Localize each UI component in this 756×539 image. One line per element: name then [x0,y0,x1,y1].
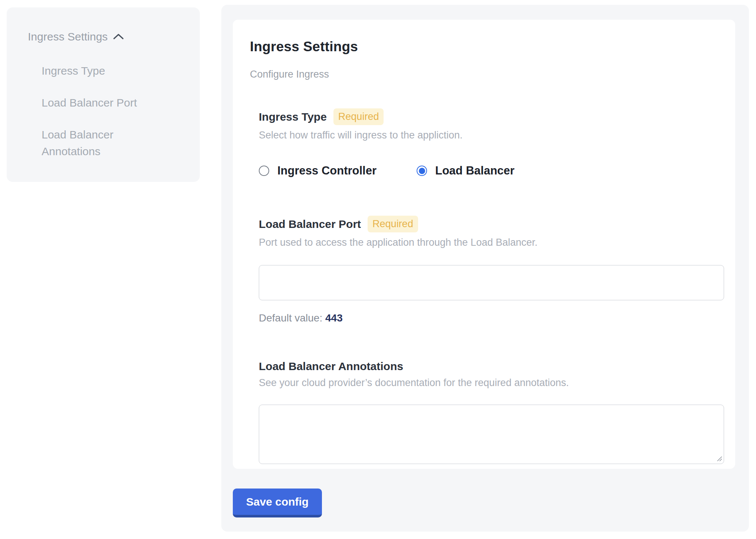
sidebar-item-load-balancer-annotations[interactable]: Load Balancer Annotations [42,126,153,160]
ingress-type-description: Select how traffic will ingress to the a… [259,130,725,141]
settings-sidebar: Ingress Settings Ingress Type Load Balan… [7,7,200,182]
load-balancer-port-input[interactable] [259,265,724,300]
radio-ingress-controller[interactable]: Ingress Controller [259,164,377,177]
save-config-button[interactable]: Save config [233,489,322,517]
load-balancer-annotations-label: Load Balancer Annotations [259,360,403,373]
sidebar-section-toggle[interactable]: Ingress Settings [28,30,189,43]
ingress-type-label: Ingress Type [259,111,327,123]
radio-label-ingress-controller: Ingress Controller [277,164,377,177]
load-balancer-annotations-description: See your cloud provider’s documentation … [259,377,725,389]
required-badge: Required [368,216,418,232]
sidebar-item-load-balancer-port[interactable]: Load Balancer Port [42,94,153,111]
default-value-label: Default value: [259,312,322,324]
load-balancer-annotations-textarea[interactable] [259,405,724,464]
section-load-balancer-annotations: Load Balancer Annotations See your cloud… [259,360,725,464]
page-title: Ingress Settings [250,39,725,55]
radio-load-balancer[interactable]: Load Balancer [417,164,515,177]
section-ingress-type: Ingress Type Required Select how traffic… [259,108,725,177]
ingress-type-radio-group: Ingress Controller Load Balancer [259,164,725,177]
ingress-settings-card: Ingress Settings Configure Ingress Ingre… [233,20,735,469]
sidebar-section-title: Ingress Settings [28,30,108,43]
main-panel: Ingress Settings Configure Ingress Ingre… [221,5,749,532]
page-subtitle: Configure Ingress [250,69,725,80]
radio-label-load-balancer: Load Balancer [435,164,515,177]
required-badge: Required [333,108,384,125]
sidebar-item-ingress-type[interactable]: Ingress Type [42,62,153,79]
radio-unselected-icon [259,166,269,176]
load-balancer-port-description: Port used to access the application thro… [259,237,725,248]
load-balancer-port-label: Load Balancer Port [259,218,361,231]
default-value-helper: Default value: 443 [259,312,725,324]
section-load-balancer-port: Load Balancer Port Required Port used to… [259,216,725,324]
sidebar-nav: Ingress Type Load Balancer Port Load Bal… [28,62,189,160]
default-value-number: 443 [325,312,343,324]
chevron-up-icon [113,33,124,40]
radio-selected-icon [417,166,427,176]
